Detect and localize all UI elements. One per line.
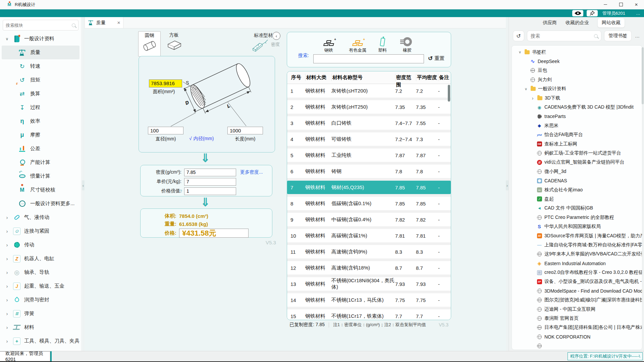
bookmark-more-menu[interactable]: … (634, 33, 641, 39)
sidebar-item-inertia[interactable]: 惯量计算 (0, 169, 81, 183)
bookmark-item[interactable]: traceParts (512, 112, 642, 121)
collapse-right-panel-handle[interactable] (506, 180, 508, 190)
table-row[interactable]: 14钢铁材料不锈钢(1Cr13，马氏体)7.757.75- (287, 293, 451, 307)
sidebar-item-speed[interactable]: ↻ 转速 (0, 59, 81, 73)
tab-close-icon[interactable]: ✕ (117, 20, 120, 25)
table-row[interactable]: 8钢铁材料低碳钢(含碳0.1%)7.857.85- (287, 197, 451, 210)
table-row[interactable]: 10钢铁材料高碳钢(含碳1%)7.817.81- (287, 229, 451, 242)
bookmark-item[interactable]: —上隆自动化零件商城-数万种自动化标准件|FA零件|工厂 (512, 240, 642, 249)
sidebar-item-torque[interactable]: ↺ 扭矩 (0, 73, 81, 87)
category-nonferrous[interactable]: 有色金属 (347, 35, 368, 53)
sidebar-item-efficiency[interactable]: η 效率 (0, 114, 81, 128)
help-icon[interactable]: ? (178, 189, 183, 194)
bookmark-item[interactable]: ◈Eastern Industrial Automation (512, 259, 642, 268)
sidebar-group-bearing[interactable]: ◎ 轴承、导轨 (0, 265, 81, 279)
table-row[interactable]: 3钢铁材料白口铸铁7.4~7.77.55- (287, 116, 451, 130)
bookmark-folder[interactable]: 3D下载 (512, 94, 642, 103)
bookmark-item[interactable]: NOK CORPORATION (512, 332, 642, 341)
sidebar-item-friction[interactable]: μ 摩擦 (0, 128, 81, 142)
inner-diameter-toggle[interactable]: √ 内径(mm) (189, 136, 214, 142)
bookmark-item[interactable]: GB查标准上工标网 (512, 139, 642, 148)
bookmark-item[interactable]: 云vidi云点官网_智能装备产业链协同平台 (512, 158, 642, 167)
sidebar-item-mass[interactable]: 质量 (2, 46, 79, 59)
table-row[interactable]: 2钢铁材料灰铸铁(≥HT250)7.357.35- (287, 100, 451, 114)
density-input[interactable] (184, 169, 236, 176)
table-scrollbar[interactable] (448, 85, 450, 102)
bookmark-folder[interactable]: 书签栏 (512, 48, 642, 57)
bookmark-item[interactable]: CADENAS (512, 176, 642, 185)
bookmark-item[interactable]: 图尔克|贺德克|哈威|穆尔|广濑|深圳市惠佳捷科技有限公 (512, 296, 642, 305)
bookmark-item[interactable]: 蚂蚁工场-工业零部件一站式进货平台 (512, 148, 642, 158)
diameter-input[interactable] (148, 127, 183, 134)
manage-bookmarks-button[interactable]: 管理书签 (604, 31, 632, 41)
bookmark-item[interactable]: 泰润斯 官网首页 (512, 314, 642, 323)
material-search-input[interactable] (313, 54, 424, 63)
sidebar-group-lifting[interactable]: J 起重、输送、五金 (0, 279, 81, 293)
standard-profile-label[interactable]: 标准型材 (254, 33, 273, 39)
sidebar-item-capacity[interactable]: 产能计算 (0, 156, 81, 169)
eye-button[interactable] (572, 10, 583, 16)
sidebar-group-pneumatic[interactable]: 气、液传动 (0, 210, 81, 224)
bookmark-item[interactable]: 微小网_3d (512, 167, 642, 176)
table-row-selected[interactable]: 7钢铁材料钢材(45,Q235)7.857.85- (287, 181, 451, 194)
bookmark-search[interactable] (527, 31, 601, 41)
bookmark-item[interactable]: 日本电产集团[尼得科集团]各公司 | 日本电产株式会社 (512, 323, 642, 332)
tab-suppliers[interactable]: 供应商 (543, 20, 557, 26)
toolbar-more[interactable]: … (636, 11, 641, 16)
tab-mass[interactable]: 质量 ✕ (85, 17, 123, 28)
sidebar-group-material[interactable]: 材料 (0, 320, 81, 334)
category-plastic[interactable]: 塑料 (372, 35, 393, 53)
bookmark-item[interactable]: 豆包 (512, 66, 642, 75)
bookmark-item[interactable]: S中华人民共和国国家版权局 (512, 222, 642, 231)
length-input[interactable] (227, 127, 263, 134)
sidebar-item-convert[interactable]: ⇄ 换算 (0, 87, 81, 101)
collapse-left-panel-handle[interactable] (82, 180, 85, 190)
sidebar-group-lubrication[interactable]: 润滑与密封 (0, 293, 81, 307)
tab-favorite-companies[interactable]: 收藏的企业 (566, 20, 589, 26)
bookmark-item[interactable]: 3DModelSpace - Find and Download CAD Mod… (512, 286, 642, 295)
price-factor-input[interactable] (184, 187, 236, 195)
bookmark-item[interactable]: 兴力剑 (512, 75, 642, 84)
table-row[interactable]: 6钢铁材料铸钢7.87.8- (287, 165, 451, 178)
bookmark-item[interactable]: ◆米思米 (512, 121, 642, 130)
sidebar-group-fastener[interactable]: ⊙ 连接与紧固 (0, 224, 81, 238)
shape-round-button[interactable]: 圆钢 (138, 31, 161, 57)
sidebar-item-process[interactable]: ↧ 过程 (0, 101, 81, 114)
unit-price-input[interactable] (184, 178, 236, 186)
bookmark-item[interactable] (512, 342, 642, 350)
pin-button[interactable] (587, 10, 598, 16)
table-row[interactable]: 11钢铁材料高速钢(含钨9%)8.38.3- (287, 245, 451, 258)
sidebar-group-general-design[interactable]: 一般设计资料 (0, 32, 81, 46)
category-steel[interactable]: 钢铁 (318, 35, 339, 53)
bookmark-item[interactable]: ∿DeepSeek (512, 57, 642, 66)
table-row[interactable]: 4钢铁材料可锻铸铁7.2~7.47.3- (287, 132, 451, 146)
standard-profile-ibeam-icon[interactable] (251, 39, 270, 53)
table-row[interactable]: 15钢铁材料不锈钢(1Cr17，铁素体)7.77.7- (287, 309, 451, 320)
refresh-button[interactable] (513, 31, 524, 41)
bookmark-item[interactable]: ∕盘起 (512, 194, 642, 203)
sidebar-group-transmission[interactable]: 传动 (0, 238, 81, 252)
bookmark-item[interactable]: 这9年来本人所掌握的VB/VBA/CAD二次开发经验 您所 (512, 250, 642, 259)
area-value-field[interactable]: 7853.9816 (149, 79, 182, 87)
bookmark-item[interactable]: ◄CAD 文件 中国国标|GB (512, 204, 642, 213)
bookmark-item[interactable]: PTC Creo Parametric 的全部教程 (512, 213, 642, 222)
bookmark-item[interactable]: 迈迪网 - 中国工业互联网 (512, 305, 642, 314)
bookmark-item[interactable]: ◉CADENAS免费下载 3D CAD 模型 |3Dfindit (512, 103, 642, 112)
bookmark-item[interactable]: im株式会社今尾imao (512, 185, 642, 194)
bookmark-item[interactable]: yhd怡合达FA电商平台 (512, 130, 642, 139)
density-toggle-label[interactable]: 密度 (271, 42, 280, 48)
density-collapse-button[interactable] (272, 32, 280, 40)
reset-button[interactable]: 重置 (428, 55, 444, 62)
bookmark-folder[interactable]: 一般设计资料 (512, 84, 642, 94)
module-search[interactable] (3, 20, 78, 31)
close-button[interactable] (629, 0, 644, 9)
bookmark-search-input[interactable] (531, 33, 594, 39)
more-density-link[interactable]: 更多密度... (240, 169, 263, 175)
bookmark-item[interactable]: SP设备、小型设备_测试仪器及仪表_电气及电机 - 深圳木材 (512, 277, 642, 286)
bookmark-item[interactable]: creo2.0自学布线教程分享 - Creo 3.0,2.0 教程征集专版 (512, 268, 642, 277)
table-row[interactable]: 1钢铁材料灰铸铁(≤HT200)7.27.2- (287, 84, 451, 98)
category-rubber[interactable]: 橡胶 (396, 35, 418, 53)
bookmark-scrollbar[interactable] (642, 47, 644, 104)
tab-website-favorites[interactable]: 网站收藏 (598, 18, 625, 27)
table-row[interactable]: 12钢铁材料高速钢(含钨18%)8.78.7- (287, 261, 451, 275)
